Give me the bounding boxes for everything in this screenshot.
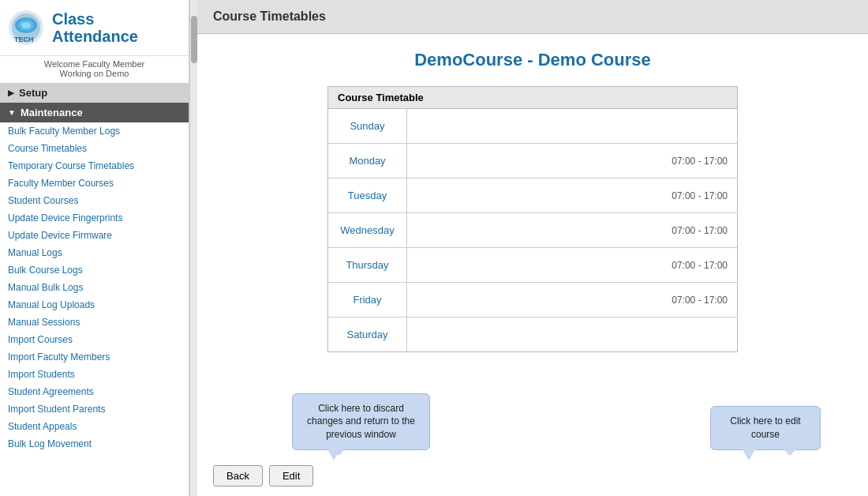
sidebar-item-bulk-log-movement[interactable]: Bulk Log Movement — [0, 435, 189, 453]
time-sunday — [407, 109, 737, 143]
day-tuesday: Tuesday — [328, 178, 407, 212]
page-title: Course Timetables — [213, 9, 326, 23]
table-row: Tuesday 07:00 - 17:00 — [328, 178, 737, 213]
sidebar-section-maintenance[interactable]: ▼ Maintenance — [0, 103, 189, 122]
day-thursday: Thursday — [328, 248, 407, 282]
arrow-icon: ▶ — [8, 88, 14, 97]
edit-button[interactable]: Edit — [269, 465, 313, 487]
sidebar-item-import-student-parents[interactable]: Import Student Parents — [0, 400, 189, 418]
back-button[interactable]: Back — [213, 465, 263, 487]
svg-point-4 — [21, 22, 31, 28]
time-monday: 07:00 - 17:00 — [407, 144, 737, 178]
sidebar-section-setup[interactable]: ▶ Setup — [0, 83, 189, 103]
course-title: DemoCourse - Demo Course — [221, 50, 844, 70]
sidebar-header: TECH Class Attendance — [0, 0, 189, 56]
table-row: Sunday — [328, 109, 737, 144]
day-saturday: Saturday — [328, 318, 407, 351]
table-row: Wednesday 07:00 - 17:00 — [328, 213, 737, 248]
sidebar-item-manual-sessions[interactable]: Manual Sessions — [0, 314, 189, 331]
main-body: DemoCourse - Demo Course Course Timetabl… — [197, 34, 868, 456]
time-wednesday: 07:00 - 17:00 — [407, 213, 737, 247]
sidebar-item-course-timetables[interactable]: Course Timetables — [0, 140, 189, 157]
main-header: Course Timetables — [197, 0, 868, 34]
time-saturday — [407, 318, 737, 351]
sidebar-item-manual-log-uploads[interactable]: Manual Log Uploads — [0, 296, 189, 314]
app-logo: TECH — [6, 8, 46, 47]
sidebar-item-manual-bulk-logs[interactable]: Manual Bulk Logs — [0, 279, 189, 296]
sidebar-item-temporary-course-timetables[interactable]: Temporary Course Timetables — [0, 157, 189, 175]
table-row: Thursday 07:00 - 17:00 — [328, 248, 737, 283]
sidebar-item-update-device-firmware[interactable]: Update Device Firmware — [0, 227, 189, 244]
sidebar-item-student-courses[interactable]: Student Courses — [0, 192, 189, 209]
table-row: Saturday — [328, 318, 737, 351]
sidebar-scroll[interactable]: ▶ Setup ▼ Maintenance Bulk Faculty Membe… — [0, 83, 189, 496]
sidebar-item-student-agreements[interactable]: Student Agreements — [0, 383, 189, 400]
sidebar-welcome: Welcome Faculty Member Working on Demo — [0, 56, 189, 83]
time-tuesday: 07:00 - 17:00 — [407, 178, 737, 212]
day-wednesday: Wednesday — [328, 213, 407, 247]
scrollbar-thumb[interactable] — [191, 16, 197, 63]
timetable-header: Course Timetable — [328, 87, 737, 109]
sidebar-item-manual-logs[interactable]: Manual Logs — [0, 244, 189, 261]
sidebar-item-student-appeals[interactable]: Student Appeals — [0, 418, 189, 435]
tooltip-edit: Click here to edit course — [710, 406, 821, 450]
sidebar-item-import-students[interactable]: Import Students — [0, 366, 189, 383]
main-content: Course Timetables DemoCourse - Demo Cour… — [197, 0, 868, 496]
time-thursday: 07:00 - 17:00 — [407, 248, 737, 282]
sidebar-item-bulk-faculty-member-logs[interactable]: Bulk Faculty Member Logs — [0, 122, 189, 140]
sidebar: TECH Class Attendance Welcome Faculty Me… — [0, 0, 189, 496]
app-title: Class Attendance — [52, 10, 138, 45]
tooltip-back: Click here to discard changes and return… — [292, 393, 430, 450]
svg-text:TECH: TECH — [14, 36, 34, 43]
main-footer: Click here to discard changes and return… — [197, 456, 868, 496]
table-row: Friday 07:00 - 17:00 — [328, 283, 737, 318]
sidebar-item-faculty-member-courses[interactable]: Faculty Member Courses — [0, 175, 189, 192]
day-monday: Monday — [328, 144, 407, 178]
sidebar-item-import-faculty-members[interactable]: Import Faculty Members — [0, 348, 189, 366]
timetable-container: Course Timetable Sunday Monday 07:00 - 1… — [327, 86, 738, 352]
table-row: Monday 07:00 - 17:00 — [328, 144, 737, 178]
tooltip-arrow-icon — [743, 449, 755, 460]
sidebar-item-update-device-fingerprints[interactable]: Update Device Fingerprints — [0, 209, 189, 227]
day-friday: Friday — [328, 283, 407, 317]
tooltip-arrow-icon — [327, 449, 340, 460]
sidebar-item-import-courses[interactable]: Import Courses — [0, 331, 189, 348]
sidebar-item-bulk-course-logs[interactable]: Bulk Course Logs — [0, 261, 189, 279]
time-friday: 07:00 - 17:00 — [407, 283, 737, 317]
day-sunday: Sunday — [328, 109, 407, 143]
sidebar-scrollbar[interactable] — [189, 0, 197, 496]
arrow-icon: ▼ — [8, 108, 16, 117]
